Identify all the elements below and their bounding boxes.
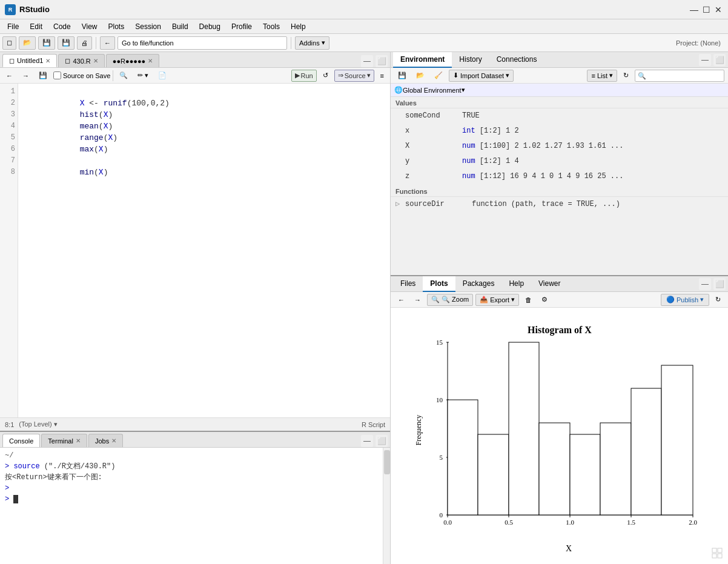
env-search-input[interactable] <box>635 70 724 82</box>
env-row-x[interactable]: x int [1:2] 1 2 <box>391 124 728 139</box>
env-broom-button[interactable]: 🧹 <box>431 70 446 82</box>
grid-icon[interactable] <box>711 547 723 559</box>
plots-forward-button[interactable]: → <box>411 294 425 306</box>
svg-text:0: 0 <box>439 511 443 519</box>
env-row-someCond[interactable]: someCond TRUE <box>391 108 728 124</box>
plots-tabs: Files Plots Packages Help Viewer — ⬜ <box>391 276 728 292</box>
editor-tab-430r[interactable]: ◻ 430.R ✕ <box>58 54 104 67</box>
terminal-tab-close[interactable]: ✕ <box>76 437 81 444</box>
console-tab-jobs[interactable]: Jobs ✕ <box>88 434 123 447</box>
menu-edit[interactable]: Edit <box>25 21 47 32</box>
go-to-file-input[interactable]: Go to file/function <box>117 36 287 50</box>
menu-code[interactable]: Code <box>48 21 76 32</box>
print-button[interactable]: 🖨 <box>77 36 92 50</box>
zoom-button[interactable]: 🔍 🔍 Zoom <box>427 294 473 306</box>
menu-plots[interactable]: Plots <box>104 21 130 32</box>
addins-button[interactable]: Addins ▾ <box>295 36 329 50</box>
code-content[interactable]: X <- runif(100,0,2) hist(X) mean(X) rang… <box>18 84 390 417</box>
list-dropdown[interactable]: ≡ List ▾ <box>587 70 617 82</box>
cursor-position: 8:1 <box>5 421 14 428</box>
global-environment-bar[interactable]: 🌐 Global Environment ▾ <box>391 84 728 97</box>
tab-plots[interactable]: Plots <box>423 276 455 292</box>
tab-close-untitled1[interactable]: ✕ <box>45 58 50 64</box>
import-dataset-button[interactable]: ⬇ Import Dataset ▾ <box>449 70 514 82</box>
menu-file[interactable]: File <box>2 21 24 32</box>
save-button[interactable]: 💾 <box>38 36 55 50</box>
tab-environment[interactable]: Environment <box>393 52 452 68</box>
console-tab-terminal[interactable]: Terminal ✕ <box>41 434 87 447</box>
env-row-y[interactable]: y num [1:2] 1 4 <box>391 154 728 169</box>
plot-settings-button[interactable]: ⚙ <box>538 294 551 306</box>
menu-build[interactable]: Build <box>167 21 193 32</box>
menu-session[interactable]: Session <box>130 21 166 32</box>
menu-debug[interactable]: Debug <box>194 21 225 32</box>
new-file-button[interactable]: ◻ <box>2 36 16 50</box>
console-tab-console[interactable]: Console <box>2 434 40 447</box>
run-button[interactable]: ▶ Run <box>291 70 317 82</box>
open-file-button[interactable]: 📂 <box>19 36 36 50</box>
env-row-X[interactable]: X num [1:100] 2 1.02 1.27 1.93 1.61 ... <box>391 139 728 154</box>
expand-console-button[interactable]: ⬜ <box>376 435 388 447</box>
editor-tab-misc[interactable]: ●●R●●●●● ✕ <box>106 54 159 67</box>
histogram-svg: Histogram of X Frequency X <box>411 315 708 557</box>
tab-connections[interactable]: Connections <box>489 52 544 68</box>
expand-env-button[interactable]: ⬜ <box>713 54 726 66</box>
tab-help[interactable]: Help <box>501 276 531 292</box>
collapse-plots-button[interactable]: — <box>699 278 711 290</box>
sourceDir-expand-icon[interactable]: ▷ <box>395 198 405 210</box>
source-button[interactable]: ⇒ Source ▾ <box>334 70 374 82</box>
expand-editor-button[interactable]: ⬜ <box>376 55 388 67</box>
console-content[interactable]: ~/ > source ("./R文档/430.R") 按<Return>键来看… <box>0 448 383 564</box>
save-all-button[interactable]: 💾 <box>58 36 74 50</box>
jobs-tab-close[interactable]: ✕ <box>111 437 116 444</box>
help-tab-label: Help <box>509 279 524 288</box>
save-file-button[interactable]: 💾 <box>35 70 51 82</box>
plots-back-button[interactable]: ← <box>394 294 408 306</box>
editor-tab-untitled1[interactable]: ◻ Untitled1 ✕ <box>2 54 57 67</box>
show-doc-button[interactable]: 📄 <box>154 70 170 82</box>
menu-profile[interactable]: Profile <box>227 21 257 32</box>
collapse-console-button[interactable]: — <box>361 435 373 447</box>
expand-plots-button[interactable]: ⬜ <box>713 278 726 290</box>
menu-view[interactable]: View <box>77 21 102 32</box>
export-button[interactable]: 📤 Export ▾ <box>475 294 519 306</box>
rerun-button[interactable]: ↺ <box>319 70 332 82</box>
editor-menu-button[interactable]: ≡ <box>377 70 388 82</box>
toolbar-separator <box>96 37 96 49</box>
console-active-prompt[interactable]: > <box>5 494 378 505</box>
code-editor[interactable]: 1 2 3 4 5 6 7 8 X <- runif(100,0,2) hist… <box>0 84 390 417</box>
publish-button[interactable]: 🔵 Publish ▾ <box>661 294 709 306</box>
environment-content: Values someCond TRUE x int [1:2] 1 2 X n… <box>391 97 728 275</box>
tab-history[interactable]: History <box>452 52 489 68</box>
console-tabs: Console Terminal ✕ Jobs ✕ — ⬜ <box>0 432 390 448</box>
collapse-env-button[interactable]: — <box>699 54 711 66</box>
code-tools-button[interactable]: ✏ ▾ <box>134 70 152 82</box>
menu-help[interactable]: Help <box>286 21 311 32</box>
env-row-sourceDir[interactable]: ▷ sourceDir function (path, trace = TRUE… <box>391 197 728 212</box>
plots-refresh-button[interactable]: ↻ <box>712 294 724 306</box>
code-line-1: X <- runif(100,0,2) <box>23 86 385 98</box>
tab-close-430r[interactable]: ✕ <box>93 58 98 64</box>
env-refresh-button[interactable]: ↻ <box>620 70 632 82</box>
delete-plot-button[interactable]: 🗑 <box>521 294 535 306</box>
search-button[interactable]: 🔍 <box>116 70 131 82</box>
env-load-button[interactable]: 📂 <box>412 70 428 82</box>
source-on-save-toggle[interactable]: Source on Save <box>53 71 110 79</box>
menu-tools[interactable]: Tools <box>258 21 285 32</box>
tab-files[interactable]: Files <box>393 276 423 292</box>
maximize-button[interactable]: ☐ <box>701 5 711 15</box>
env-save-button[interactable]: 💾 <box>394 70 410 82</box>
minimize-button[interactable]: — <box>689 5 699 15</box>
redo-button[interactable]: → <box>19 70 33 82</box>
collapse-editor-button[interactable]: — <box>361 55 373 67</box>
svg-text:1.0: 1.0 <box>566 519 574 526</box>
close-button[interactable]: ✕ <box>713 5 723 15</box>
env-row-z[interactable]: z num [1:12] 16 9 4 1 0 1 4 9 16 25 ... <box>391 169 728 184</box>
tab-viewer[interactable]: Viewer <box>531 276 568 292</box>
tab-packages[interactable]: Packages <box>455 276 502 292</box>
source-on-save-checkbox[interactable] <box>53 71 61 79</box>
tab-close-misc[interactable]: ✕ <box>148 58 153 64</box>
back-button[interactable]: ← <box>100 36 115 50</box>
undo-button[interactable]: ← <box>2 70 16 82</box>
console-scrollbar[interactable] <box>383 448 390 564</box>
